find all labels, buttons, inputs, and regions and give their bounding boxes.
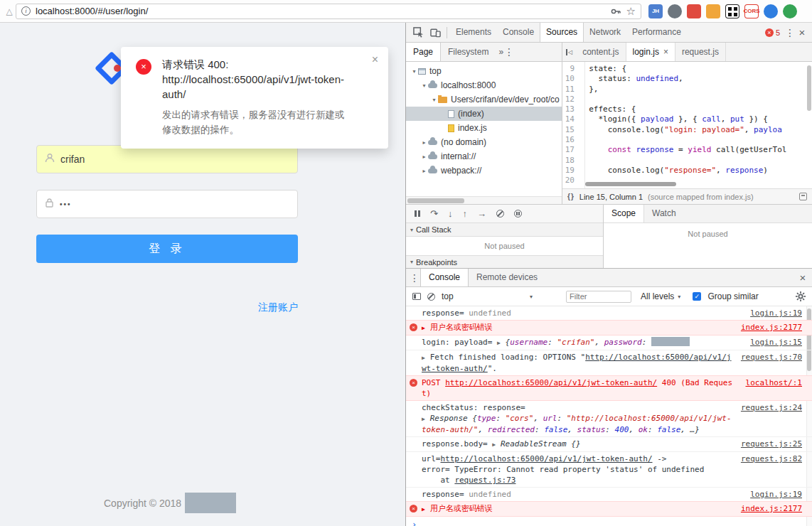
- editor-tab-request-js[interactable]: request.js: [675, 43, 726, 61]
- error-count-badge[interactable]: × 5: [765, 28, 780, 37]
- pause-icon[interactable]: [415, 210, 420, 217]
- code-area[interactable]: 9 state: {10 status: undefined,11 },1213…: [562, 62, 812, 188]
- line-number[interactable]: 14: [562, 114, 579, 124]
- devtools-tab-performance[interactable]: Performance: [626, 23, 687, 42]
- tab-console[interactable]: Console: [420, 269, 469, 286]
- devtools-close-icon[interactable]: ×: [796, 26, 808, 38]
- console-message[interactable]: ×▶ 用户名或密码错误index.js:2177: [406, 501, 812, 517]
- execution-context-dropdown[interactable]: top▾: [442, 291, 533, 301]
- register-link[interactable]: 注册账户: [36, 301, 298, 314]
- line-number[interactable]: 17: [562, 145, 579, 155]
- tree-arrow-icon[interactable]: ▸: [420, 139, 428, 146]
- devtools-tab-elements[interactable]: Elements: [450, 23, 497, 42]
- drawer-menu-icon[interactable]: ⋮: [409, 272, 420, 284]
- source-location-link[interactable]: login.js:15: [750, 337, 802, 348]
- more-tabs-icon[interactable]: »: [498, 47, 503, 57]
- expand-arrow-icon[interactable]: ▶: [422, 325, 429, 331]
- call-stack-header[interactable]: ▾ Call Stack: [406, 223, 603, 237]
- group-similar-checkbox[interactable]: ✓: [693, 292, 701, 301]
- page-info-icon[interactable]: i: [21, 6, 31, 16]
- editor-tab-login-js[interactable]: login.js×: [626, 43, 675, 61]
- drawer-close-icon[interactable]: ×: [796, 272, 809, 284]
- tree-item-index[interactable]: (index): [406, 107, 562, 121]
- tree-arrow-icon[interactable]: ▾: [410, 68, 418, 75]
- extension-green-icon[interactable]: [783, 4, 797, 18]
- username-input[interactable]: [60, 154, 289, 165]
- devtools-tab-network[interactable]: Network: [584, 23, 626, 42]
- login-button[interactable]: 登 录: [36, 235, 298, 263]
- console-message[interactable]: login: payload= ▶ {username: "crifan", p…: [406, 336, 812, 350]
- console-settings-gear-icon[interactable]: [796, 291, 806, 301]
- tree-item-webpack[interactable]: ▸webpack://: [406, 163, 562, 178]
- tab-watch[interactable]: Watch: [644, 205, 684, 222]
- tree-item-index-js[interactable]: index.js: [406, 121, 562, 135]
- line-number[interactable]: 9: [562, 64, 579, 74]
- collapse-navigator-icon[interactable]: ◁: [562, 49, 576, 55]
- line-number[interactable]: 10: [562, 74, 579, 84]
- source-location-link[interactable]: index.js:2177: [741, 503, 802, 514]
- console-message[interactable]: ×▶ 用户名或密码错误index.js:2177: [406, 320, 812, 336]
- notification-close-icon[interactable]: ×: [372, 53, 378, 66]
- tree-item-users-crifan-dev-dev-root-co[interactable]: ▾Users/crifan/dev/dev_root/co: [406, 92, 562, 107]
- message-link[interactable]: http://localhost:65000/api/v1/jwt-token-…: [441, 454, 653, 463]
- step-out-icon[interactable]: ↑: [462, 209, 467, 218]
- status-bar-icon[interactable]: [799, 193, 807, 200]
- devtools-tab-sources[interactable]: Sources: [540, 23, 584, 42]
- source-location-link[interactable]: login.js:19: [750, 489, 802, 500]
- navigator-hscrollbar[interactable]: [406, 196, 562, 204]
- source-location-link[interactable]: login.js:19: [750, 308, 802, 318]
- console-sidebar-icon[interactable]: [412, 293, 421, 300]
- tree-arrow-icon[interactable]: ▸: [420, 168, 428, 174]
- expand-arrow-icon[interactable]: ▶: [422, 416, 429, 422]
- line-number[interactable]: 15: [562, 125, 579, 135]
- log-levels-dropdown[interactable]: All levels▾: [641, 291, 680, 301]
- extension-cors-icon[interactable]: CORS: [744, 4, 759, 18]
- console-message[interactable]: ▶ Fetch finished loading: OPTIONS "http:…: [406, 350, 812, 376]
- breakpoints-header[interactable]: ▾ Breakpoints: [406, 255, 603, 268]
- message-link[interactable]: http://localhost:65000/api/v1/jwt-token-…: [445, 378, 657, 387]
- tree-arrow-icon[interactable]: ▾: [430, 97, 438, 103]
- source-location-link[interactable]: index.js:2177: [741, 322, 802, 333]
- expand-arrow-icon[interactable]: ▶: [497, 340, 504, 346]
- editor-vscrollbar-thumb[interactable]: [807, 65, 811, 111]
- saved-password-key-icon[interactable]: [610, 6, 621, 17]
- tab-scope[interactable]: Scope: [604, 205, 644, 222]
- devtools-tab-console[interactable]: Console: [497, 23, 540, 42]
- deactivate-breakpoints-icon[interactable]: [496, 210, 504, 218]
- inspect-element-icon[interactable]: [410, 27, 427, 38]
- tree-item-no-domain[interactable]: ▸(no domain): [406, 135, 562, 149]
- tree-item-localhost-8000[interactable]: ▾localhost:8000: [406, 78, 562, 92]
- tab-remote-devices[interactable]: Remote devices: [469, 269, 545, 286]
- source-location-link[interactable]: request.js:70: [741, 352, 802, 363]
- tree-arrow-icon[interactable]: ▾: [420, 82, 428, 89]
- pause-on-exceptions-icon[interactable]: [514, 210, 522, 218]
- line-number[interactable]: 20: [562, 176, 579, 186]
- device-toolbar-icon[interactable]: [427, 28, 444, 38]
- extension-globe-icon[interactable]: [764, 4, 778, 18]
- tree-arrow-icon[interactable]: ▸: [420, 154, 428, 160]
- devtools-menu-icon[interactable]: ⋮: [784, 27, 796, 38]
- console-message[interactable]: checkStatus: response=▶ Response {type: …: [406, 401, 812, 437]
- address-bar[interactable]: i ☆: [16, 4, 641, 19]
- username-field[interactable]: [36, 145, 298, 173]
- tree-item-top[interactable]: ▾top: [406, 64, 562, 78]
- extension-red-icon[interactable]: [687, 4, 701, 18]
- extension-gray-circle-icon[interactable]: [668, 4, 682, 18]
- expand-arrow-icon[interactable]: ▶: [422, 506, 429, 512]
- console-filter-input[interactable]: [566, 291, 631, 303]
- console-message[interactable]: response= undefinedlogin.js:19: [406, 306, 812, 321]
- code-editor[interactable]: 9 state: {10 status: undefined,11 },1213…: [562, 62, 812, 204]
- console-message[interactable]: ×POST http://localhost:65000/api/v1/jwt-…: [406, 375, 812, 401]
- pretty-print-icon[interactable]: {}: [567, 193, 575, 200]
- expand-arrow-icon[interactable]: ▶: [422, 355, 429, 361]
- editor-hscrollbar-thumb[interactable]: [585, 182, 676, 186]
- password-input[interactable]: [60, 200, 289, 208]
- sources-nav-tab-filesystem[interactable]: Filesystem: [441, 43, 496, 61]
- password-field[interactable]: [36, 190, 298, 218]
- line-number[interactable]: 13: [562, 104, 579, 114]
- step-into-icon[interactable]: ↓: [448, 209, 453, 218]
- extension-jh-icon[interactable]: JH: [648, 4, 663, 18]
- source-location-link[interactable]: localhost/:1: [746, 377, 802, 388]
- address-bar-input[interactable]: [36, 6, 605, 16]
- line-number[interactable]: 11: [562, 85, 579, 95]
